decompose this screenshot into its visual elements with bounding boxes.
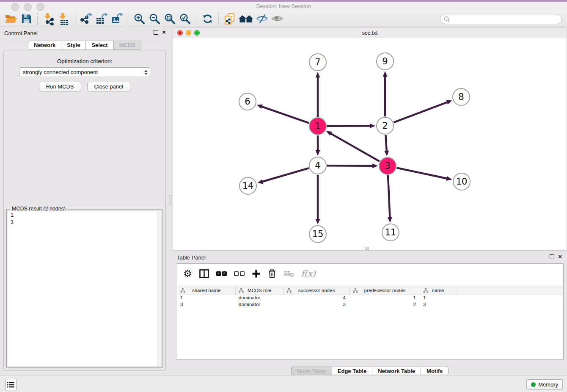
tab-network-table[interactable]: Network Table bbox=[372, 367, 421, 375]
graph-node-8[interactable]: 8 bbox=[452, 88, 470, 106]
refresh-view-icon[interactable] bbox=[200, 12, 215, 26]
column-header-successor-nodes[interactable]: successor nodes bbox=[284, 286, 350, 295]
close-panel-icon[interactable]: × bbox=[162, 30, 166, 35]
graph-node-14[interactable]: 14 bbox=[239, 177, 257, 195]
graph-edge-1-7[interactable] bbox=[316, 72, 320, 117]
toolbar-separator bbox=[196, 13, 196, 25]
graph-edge-3-1[interactable] bbox=[326, 131, 380, 161]
tab-select[interactable]: Select bbox=[86, 41, 113, 50]
deselect-all-columns-icon[interactable] bbox=[234, 271, 245, 276]
tab-network[interactable]: Network bbox=[28, 41, 61, 50]
import-table-icon[interactable] bbox=[56, 12, 72, 26]
toolbar-separator bbox=[75, 13, 75, 25]
tab-node-table[interactable]: Node Table bbox=[291, 367, 332, 375]
graph-edges bbox=[173, 38, 567, 250]
graph-node-10[interactable]: 10 bbox=[453, 173, 471, 190]
run-mcds-button[interactable]: Run MCDS bbox=[39, 82, 81, 91]
graph-edge-3-10[interactable] bbox=[397, 168, 452, 181]
network-canvas[interactable]: 7968124314101511 bbox=[173, 38, 567, 250]
graph-node-1[interactable]: 1 bbox=[309, 117, 327, 135]
add-column-icon[interactable] bbox=[252, 269, 261, 278]
table-cell: 1 bbox=[420, 295, 456, 302]
table-cell: 3 bbox=[284, 302, 350, 309]
split-table-icon[interactable] bbox=[199, 269, 209, 278]
memory-label: Memory bbox=[538, 381, 558, 388]
table-panel-title: Table Panel bbox=[177, 254, 206, 261]
canvas-resize-grip[interactable] bbox=[365, 247, 369, 250]
graph-node-9[interactable]: 9 bbox=[376, 52, 394, 70]
graph-node-4[interactable]: 4 bbox=[309, 157, 327, 174]
open-session-icon[interactable] bbox=[3, 12, 19, 26]
tab-edge-table[interactable]: Edge Table bbox=[332, 367, 372, 375]
column-label: predecessor nodes bbox=[364, 288, 406, 293]
zoom-out-icon[interactable] bbox=[147, 12, 162, 26]
import-network-icon[interactable] bbox=[41, 12, 56, 26]
graph-edge-1-4[interactable] bbox=[316, 135, 320, 156]
column-label: name bbox=[432, 288, 444, 293]
table-settings-gear-icon[interactable]: ⚙ bbox=[183, 269, 192, 278]
save-session-icon[interactable] bbox=[19, 12, 34, 26]
memory-button[interactable]: Memory bbox=[526, 379, 563, 390]
float-panel-icon[interactable] bbox=[154, 30, 158, 35]
graph-node-15[interactable]: 15 bbox=[309, 225, 327, 243]
result-scrollbar[interactable] bbox=[157, 211, 161, 366]
control-panel-tabs: NetworkStyleSelectMCDS bbox=[0, 41, 169, 50]
panel-splitter-grip[interactable] bbox=[169, 195, 172, 205]
graph-node-2[interactable]: 2 bbox=[376, 117, 394, 135]
tab-mcds[interactable]: MCDS bbox=[114, 41, 141, 50]
mcds-result-text[interactable]: 13 bbox=[8, 210, 162, 367]
float-table-panel-icon[interactable] bbox=[550, 254, 554, 259]
show-all-icon[interactable] bbox=[270, 12, 285, 26]
table-row[interactable]: 1dominator411 bbox=[177, 295, 563, 302]
graph-edge-3-11[interactable] bbox=[388, 175, 392, 223]
table-row[interactable]: 3dominator323 bbox=[177, 302, 563, 309]
graph-node-7[interactable]: 7 bbox=[309, 53, 327, 71]
graph-edge-4-15[interactable] bbox=[316, 175, 320, 224]
optimization-select[interactable]: strongly connected component bbox=[19, 67, 150, 77]
hide-selected-icon[interactable] bbox=[254, 12, 270, 26]
column-label: successor nodes bbox=[298, 288, 335, 293]
graph-edge-2-9[interactable] bbox=[383, 71, 388, 116]
column-header-name[interactable]: name bbox=[420, 286, 456, 295]
zoom-in-icon[interactable] bbox=[132, 12, 147, 26]
column-header-mcds-role[interactable]: MCDS role bbox=[236, 286, 284, 295]
search-box[interactable] bbox=[440, 14, 562, 24]
app-title: Session: New Session bbox=[0, 3, 567, 9]
graph-node-11[interactable]: 11 bbox=[382, 224, 399, 241]
graph-edge-2-8[interactable] bbox=[394, 100, 452, 123]
close-panel-button[interactable]: Close panel bbox=[87, 82, 131, 91]
graph-edge-1-2[interactable] bbox=[327, 124, 375, 128]
column-header-shared-name[interactable]: shared name bbox=[177, 286, 236, 295]
graph-edge-4-3[interactable] bbox=[327, 163, 378, 168]
table-tabs: Node TableEdge TableNetwork TableMotifs bbox=[173, 367, 567, 375]
zoom-selected-icon[interactable] bbox=[177, 12, 193, 26]
zoom-fit-icon[interactable] bbox=[162, 12, 177, 26]
graph-edge-2-3[interactable] bbox=[384, 135, 389, 156]
table-header-row: shared nameMCDS rolesuccessor nodesprede… bbox=[177, 286, 563, 295]
network-from-selection-icon[interactable] bbox=[222, 12, 237, 26]
delete-column-icon[interactable] bbox=[268, 269, 276, 279]
table-cell: 3 bbox=[177, 302, 236, 309]
graph-node-3[interactable]: 3 bbox=[379, 157, 396, 175]
column-header-predecessor-nodes[interactable]: predecessor nodes bbox=[350, 286, 420, 295]
task-history-button[interactable] bbox=[5, 379, 17, 390]
control-panel: Control Panel × NetworkStyleSelectMCDS O… bbox=[0, 27, 169, 375]
memory-status-icon bbox=[531, 382, 536, 387]
export-image-icon[interactable] bbox=[109, 12, 124, 26]
close-table-panel-icon[interactable]: × bbox=[558, 254, 562, 259]
graph-edge-4-14[interactable] bbox=[257, 168, 309, 184]
optimization-select-value: strongly connected component bbox=[19, 69, 142, 75]
home-view-icon[interactable] bbox=[237, 12, 254, 26]
table-cell: 3 bbox=[420, 302, 456, 309]
table-panel-titlebar: Table Panel × bbox=[173, 251, 567, 263]
tab-motifs[interactable]: Motifs bbox=[421, 367, 449, 375]
table-cell: dominator bbox=[236, 302, 284, 309]
graph-node-6[interactable]: 6 bbox=[239, 93, 256, 110]
search-icon bbox=[444, 16, 450, 22]
export-table-icon[interactable] bbox=[94, 12, 109, 26]
search-input[interactable] bbox=[451, 16, 561, 23]
tab-style[interactable]: Style bbox=[61, 41, 86, 50]
select-all-columns-icon[interactable]: ✓✓ bbox=[216, 271, 227, 276]
export-network-icon[interactable] bbox=[79, 12, 94, 26]
graph-edge-1-6[interactable] bbox=[257, 105, 309, 123]
